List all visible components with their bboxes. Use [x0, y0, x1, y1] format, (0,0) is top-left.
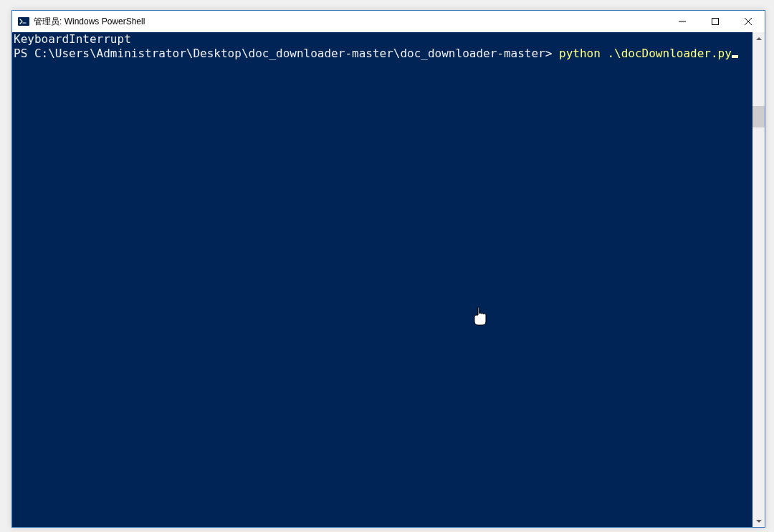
command-text: python .\docDownloader.py: [559, 47, 732, 60]
output-line: KeyboardInterrupt: [14, 32, 131, 46]
svg-rect-0: [18, 17, 29, 26]
close-button[interactable]: [732, 11, 765, 32]
svg-marker-5: [756, 37, 762, 40]
scroll-down-arrow[interactable]: [752, 515, 765, 527]
prompt-text: PS C:\Users\Administrator\Desktop\doc_do…: [14, 47, 559, 60]
svg-marker-6: [756, 520, 762, 523]
vertical-scrollbar[interactable]: [752, 32, 765, 527]
scroll-track[interactable]: [752, 44, 765, 515]
minimize-button[interactable]: [666, 11, 699, 32]
window-controls: [666, 11, 765, 32]
text-cursor: [732, 55, 738, 58]
console-area[interactable]: KeyboardInterrupt PS C:\Users\Administra…: [12, 32, 752, 527]
maximize-button[interactable]: [699, 11, 732, 32]
svg-rect-2: [712, 19, 719, 25]
powershell-window: 管理员: Windows PowerShell KeyboardInterrup…: [11, 10, 765, 528]
powershell-icon: [18, 16, 29, 27]
titlebar[interactable]: 管理员: Windows PowerShell: [12, 11, 765, 32]
window-title: 管理员: Windows PowerShell: [34, 16, 666, 28]
console-wrapper: KeyboardInterrupt PS C:\Users\Administra…: [12, 32, 765, 527]
scroll-up-arrow[interactable]: [752, 32, 765, 44]
scroll-thumb[interactable]: [752, 106, 765, 127]
